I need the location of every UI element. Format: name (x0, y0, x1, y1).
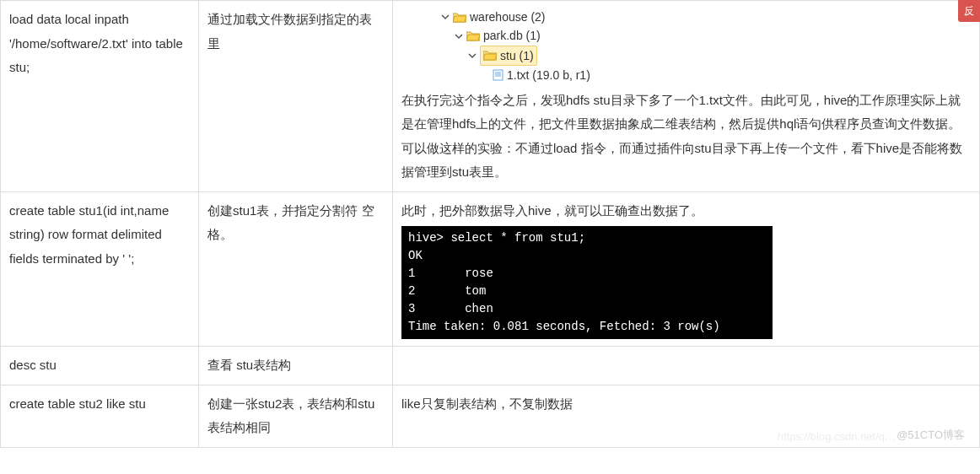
desc-cell: 创建一张stu2表，表结构和stu表结构相同 (199, 385, 393, 447)
paragraph: 此时，把外部数据导入hive，就可以正确查出数据了。 (401, 199, 971, 224)
paragraph: 在执行完这个指令之后，发现hdfs stu目录下多了一个1.txt文件。由此可见… (401, 89, 971, 137)
file-tree: warehouse (2) park.db (1) stu (1) 1 (401, 8, 971, 89)
desc-cell: 查看 stu表结构 (199, 347, 393, 385)
tree-node-selected[interactable]: stu (1) (401, 46, 971, 66)
tree-leaf[interactable]: 1.txt (19.0 b, r1) (401, 66, 971, 84)
tree-label: park.db (1) (483, 26, 541, 45)
desc-cell: 创建stu1表，并指定分割符 空格。 (199, 191, 393, 347)
caret-down-icon[interactable] (440, 12, 450, 22)
caret-down-icon[interactable] (467, 51, 477, 61)
detail-cell (393, 347, 980, 385)
paragraph: 可以做这样的实验：不通过load 指令，而通过插件向stu目录下再上传一个文件，… (401, 137, 971, 185)
detail-cell: warehouse (2) park.db (1) stu (1) 1 (393, 1, 980, 192)
tree-node: warehouse (2) (401, 8, 971, 26)
folder-open-icon (466, 30, 480, 41)
tree-label: warehouse (2) (470, 8, 546, 26)
cmd-cell: create table stu1(id int,name string) ro… (1, 191, 199, 347)
file-icon (493, 69, 503, 81)
cmd-cell: desc stu (1, 347, 199, 385)
tree-label: 1.txt (19.0 b, r1) (507, 66, 590, 84)
detail-cell: 此时，把外部数据导入hive，就可以正确查出数据了。 hive> select … (393, 191, 980, 347)
svg-rect-0 (493, 70, 503, 80)
tree-label: stu (1) (500, 46, 534, 65)
cmd-cell: create table stu2 like stu (1, 385, 199, 447)
table-row: desc stu 查看 stu表结构 (1, 347, 980, 385)
caret-down-icon[interactable] (454, 31, 464, 41)
cmd-cell: load data local inpath '/home/software/2… (1, 1, 199, 192)
folder-open-icon (483, 50, 497, 61)
desc-cell: 通过加载文件数据到指定的表里 (199, 1, 393, 192)
tree-node: park.db (1) (401, 26, 971, 45)
detail-cell: like只复制表结构，不复制数据 (393, 385, 980, 447)
command-table: load data local inpath '/home/software/2… (0, 0, 980, 448)
table-row: load data local inpath '/home/software/2… (1, 1, 980, 192)
folder-open-icon (453, 12, 466, 23)
corner-badge-icon[interactable]: 反 (958, 0, 980, 22)
table-row: create table stu2 like stu 创建一张stu2表，表结构… (1, 385, 980, 447)
terminal-output: hive> select * from stu1; OK 1 rose 2 to… (401, 226, 773, 339)
table-row: create table stu1(id int,name string) ro… (1, 191, 980, 347)
